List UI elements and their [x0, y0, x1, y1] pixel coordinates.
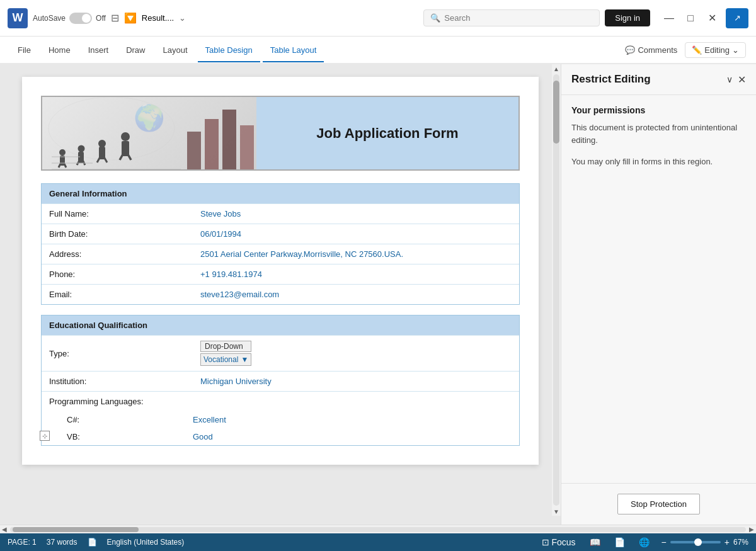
permissions-text-1: This document is protected from unintent… [571, 122, 746, 146]
document-area[interactable]: 🌍 [0, 64, 561, 525]
status-bar: PAGE: 1 37 words 📄 English (United State… [0, 533, 756, 551]
horizontal-scrollbar[interactable]: ◀ ▶ [0, 525, 756, 533]
title-bar: W AutoSave Off ⊟ 🔽 Result.... ⌄ 🔍 Sign i… [0, 0, 756, 37]
tab-table-layout[interactable]: Table Layout [263, 39, 324, 62]
panel-collapse-button[interactable]: ∨ [726, 74, 733, 84]
scrollbar-thumb[interactable] [553, 81, 559, 144]
vertical-scrollbar[interactable]: ▲ ▼ [552, 64, 561, 516]
header-title-area: Job Application Form [256, 97, 518, 169]
zoom-slider[interactable] [670, 541, 721, 543]
tab-layout[interactable]: Layout [156, 39, 195, 62]
language-indicator: English (United States) [107, 538, 185, 547]
read-view-icon: 📖 [590, 537, 600, 547]
institution-value[interactable]: Michigan University [200, 377, 272, 386]
dropdown-select[interactable]: Vocational ▼ [200, 353, 251, 366]
comments-button[interactable]: 💬 Comments [620, 43, 682, 57]
vb-value[interactable]: Good [193, 432, 213, 441]
print-layout-button[interactable]: 📄 [612, 537, 627, 547]
window-icon: ⊟ [111, 12, 119, 24]
stop-protection-button[interactable]: Stop Protection [617, 494, 700, 514]
full-name-row: Full Name: Steve Jobs [42, 203, 519, 224]
email-value[interactable]: steve123@email.com [200, 290, 279, 299]
panel-content: Your permissions This document is protec… [561, 95, 756, 483]
panel-close-button[interactable]: ✕ [738, 74, 746, 86]
word-count-icon: 📄 [88, 538, 97, 547]
tab-home[interactable]: Home [41, 39, 78, 62]
birth-date-label: Birth Date: [49, 229, 200, 239]
permissions-text-2: You may only fill in forms in this regio… [571, 156, 746, 168]
minimize-button[interactable]: — [660, 9, 678, 27]
scroll-left-button[interactable]: ◀ [0, 525, 9, 534]
search-box[interactable]: 🔍 [423, 9, 600, 26]
institution-label: Institution: [49, 377, 200, 386]
chevron-down-icon[interactable]: ⌄ [179, 13, 186, 23]
ribbon: File Home Insert Draw Layout Table Desig… [0, 37, 756, 64]
edu-section: Educational Qualification Type: Drop-Dow… [41, 315, 520, 446]
permissions-title: Your permissions [571, 105, 746, 115]
autosave-toggle[interactable] [69, 13, 92, 24]
h-scrollbar-thumb[interactable] [13, 527, 139, 532]
tab-draw[interactable]: Draw [118, 39, 152, 62]
svg-rect-3 [240, 125, 254, 169]
maximize-button[interactable]: □ [682, 9, 699, 27]
type-dropdown[interactable]: Drop-Down Vocational ▼ [200, 341, 251, 366]
print-layout-icon: 📄 [614, 537, 625, 547]
dropdown-label: Drop-Down [200, 341, 251, 352]
share-icon: ↗ [734, 13, 741, 23]
phone-value[interactable]: +1 919.481.1974 [200, 270, 262, 279]
phone-row: Phone: +1 919.481.1974 [42, 264, 519, 284]
page-indicator: PAGE: 1 [8, 538, 37, 547]
pencil-icon: ✏️ [692, 45, 702, 55]
word-count: 37 words [47, 538, 77, 547]
svg-point-4 [49, 97, 175, 160]
birth-date-value[interactable]: 06/01/1994 [200, 229, 241, 239]
edu-type-label: Type: [49, 349, 200, 358]
sign-in-button[interactable]: Sign in [605, 9, 650, 26]
close-button[interactable]: ✕ [703, 9, 721, 27]
word-logo: W [8, 8, 28, 28]
tab-file[interactable]: File [10, 39, 38, 62]
birth-date-row: Birth Date: 06/01/1994 [42, 224, 519, 244]
web-layout-button[interactable]: 🌐 [637, 537, 651, 547]
autosave-label: AutoSave [33, 14, 66, 23]
panel-header: Restrict Editing ∨ ✕ [561, 64, 756, 95]
share-button[interactable]: ↗ [726, 8, 748, 28]
zoom-plus-button[interactable]: + [724, 537, 730, 547]
document-page: 🌍 [22, 77, 539, 465]
scroll-up-button[interactable]: ▲ [553, 64, 559, 73]
csharp-value[interactable]: Excellent [193, 415, 226, 424]
focus-icon: ⊡ [542, 537, 549, 547]
zoom-thumb[interactable] [694, 538, 702, 546]
focus-label: Focus [551, 537, 575, 547]
window-controls: — □ ✕ [660, 9, 721, 27]
read-view-button[interactable]: 📖 [588, 537, 602, 547]
tab-insert[interactable]: Insert [81, 39, 117, 62]
csharp-row: C#: Excellent [42, 411, 519, 428]
address-label: Address: [49, 249, 200, 259]
tab-table-design[interactable]: Table Design [198, 39, 260, 62]
zoom-level: 67% [733, 538, 748, 547]
scroll-down-button[interactable]: ▼ [553, 507, 559, 516]
dropdown-value: Vocational [203, 355, 238, 364]
web-layout-icon: 🌐 [639, 537, 650, 547]
general-info-section: General Information Full Name: Steve Job… [41, 183, 520, 305]
svg-point-13 [98, 140, 106, 147]
comments-label: Comments [638, 45, 677, 55]
document-header: 🌍 [41, 96, 520, 171]
search-input[interactable] [444, 13, 576, 23]
full-name-value[interactable]: Steve Jobs [200, 209, 241, 219]
scroll-right-button[interactable]: ▶ [747, 525, 756, 534]
address-value[interactable]: 2501 Aerial Center Parkway.Morrisville, … [200, 249, 403, 259]
editing-chevron-icon: ⌄ [732, 45, 739, 55]
form-title: Job Application Form [316, 125, 458, 142]
panel-footer: Stop Protection [561, 483, 756, 525]
move-handle[interactable]: ⊹ [40, 431, 50, 441]
zoom-area: − + 67% [662, 537, 748, 547]
restrict-editing-panel: Restrict Editing ∨ ✕ Your permissions Th… [561, 64, 756, 525]
svg-point-17 [121, 132, 130, 141]
editing-button[interactable]: ✏️ Editing ⌄ [685, 42, 746, 58]
zoom-minus-button[interactable]: − [662, 537, 667, 547]
full-name-label: Full Name: [49, 209, 200, 219]
email-row: Email: steve123@email.com [42, 284, 519, 304]
focus-button[interactable]: ⊡ Focus [540, 537, 578, 547]
